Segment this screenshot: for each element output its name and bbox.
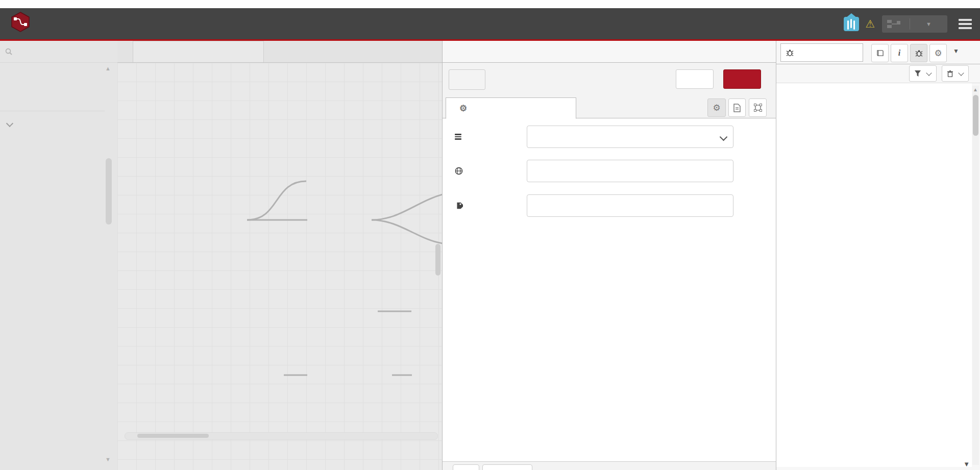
debug-bottom-menu-icon[interactable]: ▼	[963, 460, 970, 468]
dialog-tabs: ⚙ ⚙	[443, 93, 776, 118]
editor-shade-overlay	[0, 41, 442, 470]
appearance-icon	[754, 104, 762, 112]
dialog-title	[443, 41, 776, 63]
tab-debug[interactable]	[780, 43, 863, 62]
bug-icon	[786, 49, 794, 57]
debug-filter-button[interactable]	[909, 65, 937, 82]
method-value	[527, 126, 733, 148]
dialog-footer	[443, 461, 776, 470]
name-row	[443, 194, 776, 217]
browser-bookmarks-bar	[0, 0, 980, 8]
globe-icon	[455, 167, 463, 175]
method-icon	[455, 133, 461, 141]
url-input[interactable]	[527, 160, 733, 182]
scroll-up-icon: ▲	[973, 87, 978, 92]
url-row	[443, 160, 776, 182]
node-enabled-label-button[interactable]	[482, 464, 532, 470]
method-row	[443, 126, 776, 148]
main-menu-button[interactable]	[959, 19, 972, 29]
book-icon	[876, 50, 884, 57]
gear-icon: ⚙	[459, 104, 467, 113]
tab-config-button[interactable]: ⚙	[929, 44, 947, 62]
gear-icon: ⚙	[713, 104, 720, 112]
debug-sidebar: i ⚙ ▼	[776, 41, 980, 470]
debug-filter-row	[776, 64, 980, 83]
warning-icon: ⚠	[865, 18, 875, 29]
deploy-icon	[887, 20, 900, 28]
app-header: ⚠ ▼	[0, 8, 980, 41]
node-appearance-button[interactable]	[749, 98, 767, 117]
sidebar-header: i ⚙ ▼	[776, 41, 980, 64]
node-settings-button[interactable]: ⚙	[707, 98, 726, 117]
debug-clear-button[interactable]	[942, 65, 969, 82]
trash-icon	[947, 70, 953, 77]
funnel-icon	[915, 70, 921, 77]
node-red-logo-icon	[11, 12, 30, 32]
node-red-editor: ⚠ ▼	[0, 0, 980, 470]
debug-scrollbar[interactable]: ▲	[972, 86, 979, 465]
tab-info-button[interactable]: i	[891, 44, 908, 62]
debug-message-list[interactable]	[776, 83, 972, 467]
tab-debug-button[interactable]	[910, 44, 927, 62]
document-icon	[733, 104, 741, 112]
node-description-button[interactable]	[728, 98, 746, 117]
tab-properties[interactable]: ⚙	[446, 97, 576, 119]
node-enabled-toggle[interactable]	[453, 464, 479, 470]
deploy-button[interactable]: ▼	[882, 15, 947, 33]
delete-button[interactable]	[449, 69, 485, 90]
tab-help-button[interactable]	[871, 44, 889, 62]
gear-icon: ⚙	[934, 49, 942, 58]
home-assistant-icon	[844, 17, 859, 31]
tag-icon	[455, 202, 463, 210]
name-input[interactable]	[527, 194, 733, 217]
dialog-toolbar	[443, 63, 776, 93]
notification-badge: ⚠	[844, 17, 875, 31]
brand	[11, 12, 36, 32]
cancel-button[interactable]	[676, 69, 714, 89]
bug-icon	[915, 50, 923, 57]
method-select[interactable]	[527, 126, 733, 148]
sidebar-tabs-menu[interactable]: ▼	[953, 47, 959, 55]
edit-node-dialog: ⚙ ⚙	[442, 41, 776, 470]
done-button[interactable]	[723, 69, 761, 89]
